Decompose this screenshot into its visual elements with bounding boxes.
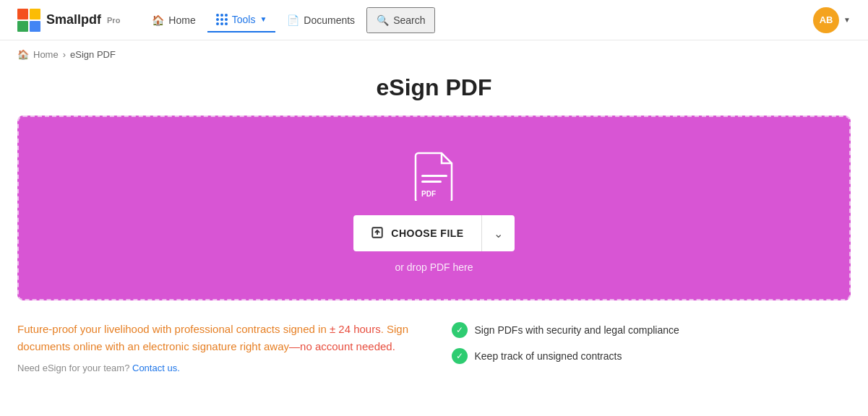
drop-hint: or drop PDF here <box>395 261 473 273</box>
choose-file-row: CHOOSE FILE ⌄ <box>353 215 514 251</box>
breadcrumb: 🏠 Home › eSign PDF <box>0 40 868 69</box>
svg-rect-2 <box>17 21 28 32</box>
nav-home[interactable]: 🏠 Home <box>143 9 204 32</box>
choose-file-button[interactable]: CHOOSE FILE <box>353 215 481 251</box>
feature-item-0: ✓ Sign PDFs with security and legal comp… <box>452 322 851 338</box>
info-left: Future-proof your livelihood with profes… <box>17 321 452 373</box>
svg-rect-1 <box>30 9 40 20</box>
breadcrumb-separator: › <box>63 49 66 60</box>
breadcrumb-current: eSign PDF <box>70 49 116 60</box>
document-icon: 📄 <box>287 14 299 26</box>
nav-links: 🏠 Home Tools ▼ 📄 Documents 🔍 Search <box>143 7 813 33</box>
choose-file-dropdown-button[interactable]: ⌄ <box>482 215 515 251</box>
svg-rect-4 <box>421 175 447 177</box>
svg-text:PDF: PDF <box>421 190 436 198</box>
home-icon-small: 🏠 <box>17 49 29 60</box>
feature-text-1: Keep track of unsigned contracts <box>475 350 622 362</box>
breadcrumb-home-link[interactable]: Home <box>33 49 59 60</box>
home-icon: 🏠 <box>152 14 164 26</box>
feature-text-0: Sign PDFs with security and legal compli… <box>475 324 679 336</box>
drop-zone-wrapper: PDF CHOOSE FILE ⌄ or drop PDF here <box>0 116 868 300</box>
navbar: Smallpdf Pro 🏠 Home Tools ▼ 📄 Documents … <box>0 0 868 40</box>
need-esign-text: Need eSign for your team? Contact us. <box>17 363 417 373</box>
info-description: Future-proof your livelihood with profes… <box>17 321 417 355</box>
avatar-chevron-icon: ▼ <box>843 16 851 24</box>
contact-link[interactable]: Contact us. <box>132 363 180 373</box>
feature-item-1: ✓ Keep track of unsigned contracts <box>452 348 851 364</box>
logo-pro: Pro <box>107 16 120 25</box>
user-avatar[interactable]: AB <box>813 7 839 33</box>
logo-icon <box>17 9 40 32</box>
check-icon-0: ✓ <box>452 322 468 338</box>
info-right: ✓ Sign PDFs with security and legal comp… <box>452 321 851 364</box>
info-section: Future-proof your livelihood with profes… <box>0 321 868 391</box>
upload-icon <box>371 226 384 241</box>
nav-documents[interactable]: 📄 Documents <box>278 9 364 32</box>
pdf-file-icon: PDF <box>414 152 455 204</box>
svg-rect-3 <box>30 21 40 32</box>
svg-rect-5 <box>421 181 442 183</box>
logo-text: Smallpdf <box>46 12 101 27</box>
search-icon: 🔍 <box>377 14 389 26</box>
svg-rect-0 <box>17 9 28 20</box>
chevron-down-icon: ⌄ <box>494 227 503 240</box>
tools-dropdown-icon: ▼ <box>259 15 267 23</box>
page-title: eSign PDF <box>0 69 868 116</box>
nav-search[interactable]: 🔍 Search <box>366 7 435 33</box>
grid-icon <box>216 14 228 25</box>
check-icon-1: ✓ <box>452 348 468 364</box>
drop-zone[interactable]: PDF CHOOSE FILE ⌄ or drop PDF here <box>17 116 851 300</box>
nav-tools[interactable]: Tools ▼ <box>207 8 276 32</box>
logo[interactable]: Smallpdf Pro <box>17 9 120 32</box>
